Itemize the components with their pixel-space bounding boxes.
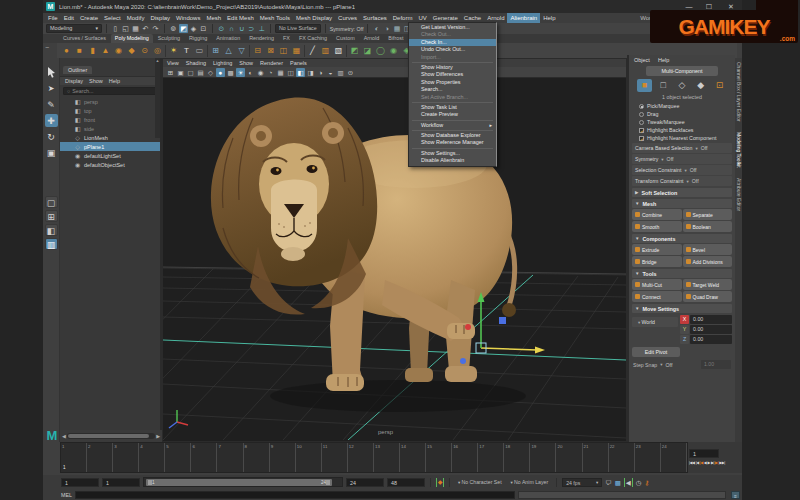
vp-camera-icon[interactable]: ▣ (176, 68, 185, 77)
menu-set-dropdown[interactable]: Modeling (46, 24, 102, 33)
toolkit-button[interactable]: Combine (632, 209, 682, 220)
command-input[interactable] (75, 491, 515, 499)
render-settings-icon[interactable]: ▦ (392, 24, 401, 33)
shelf-poly-plane-icon[interactable]: ◆ (126, 45, 137, 56)
viewport-menu[interactable]: Renderer (260, 59, 283, 67)
character-set-dropdown[interactable]: No Character Set (455, 478, 505, 487)
timeline-frame[interactable]: 11 (322, 443, 348, 472)
outliner-hscrollbar[interactable]: ◀ ▶ (60, 430, 162, 442)
menubar-item[interactable]: File (45, 13, 61, 23)
axis-value-field[interactable]: 0.00 (690, 325, 732, 334)
scroll-up-icon[interactable]: ▲ (155, 58, 160, 63)
menubar-item[interactable]: Modify (124, 13, 148, 23)
shelf-edge-loop-icon[interactable]: ▥ (320, 45, 331, 56)
shelf-icon[interactable] (346, 45, 347, 57)
shelf-icon[interactable] (249, 45, 250, 57)
menu-item-check-out[interactable]: Check Out... (409, 31, 496, 38)
menubar-item[interactable]: Help (540, 13, 558, 23)
side-tab-channel-box[interactable]: Channel Box / Layer Editor (736, 62, 742, 122)
timeline-frame[interactable]: 3 (113, 443, 139, 472)
timeline-frame[interactable]: 4 (139, 443, 165, 472)
menu-item-set-active-branch[interactable]: Set Active Branch... (409, 94, 496, 101)
outliner-item-lionmesh[interactable]: ◇ LionMesh (60, 133, 160, 142)
mute-audio-icon[interactable]: ◀ (624, 478, 633, 487)
select-object-icon[interactable]: ◩ (179, 24, 188, 33)
vp-multisample-icon[interactable]: ▦ (276, 68, 285, 77)
timeline-frame[interactable]: 20 (556, 443, 582, 472)
vertex-mode-icon[interactable]: □ (656, 79, 671, 92)
section-header[interactable]: ▼ Components (632, 234, 732, 243)
outliner-item-pplane1[interactable]: ◇ pPlane1 (60, 142, 160, 151)
vp-exposure-icon[interactable]: ◑ (316, 68, 325, 77)
menu-item-show-settings[interactable]: Show Settings... (409, 150, 496, 157)
menu-item-show-differences[interactable]: Show Differences (409, 71, 496, 78)
layout-persp-outliner[interactable]: ▥ (45, 238, 58, 250)
snap-point-icon[interactable]: ∪ (237, 24, 246, 33)
playback-start-field[interactable]: 1 (102, 478, 140, 487)
play-forwards-button[interactable]: ▶ (707, 460, 710, 467)
vp-shadows-icon[interactable]: ◐ (246, 68, 255, 77)
toolkit-button[interactable]: Target Weld (683, 279, 733, 290)
snap-plane-icon[interactable]: ⊥ (257, 24, 266, 33)
shelf-tab[interactable]: Arnold (360, 34, 384, 43)
shelf-tab[interactable]: Sculpting (154, 34, 184, 43)
shelf-smooth-green-icon[interactable]: ◯ (375, 45, 386, 56)
toolkit-button[interactable]: Separate (683, 209, 733, 220)
shelf-tab[interactable]: Animation (212, 34, 244, 43)
scroll-thumb[interactable] (68, 434, 149, 438)
anim-preferences-icon[interactable]: 🗩 (605, 478, 612, 487)
uv-mode-icon[interactable]: ⊡ (712, 79, 727, 92)
step-forward-frame-button[interactable]: ▶| (715, 460, 718, 467)
play-backwards-button[interactable]: ◀ (704, 460, 707, 467)
live-surface-field[interactable]: No Live Surface (275, 24, 321, 33)
toolkit-menu[interactable]: Help (658, 57, 669, 63)
command-language-toggle[interactable]: MEL (61, 492, 72, 498)
axis-value-row[interactable]: Y 0.00 (680, 325, 732, 334)
step-size-field[interactable]: 1.00 (701, 360, 731, 369)
axis-orientation-dropdown[interactable]: World (632, 317, 678, 327)
vp-bookmark-icon[interactable]: ▢ (186, 68, 195, 77)
shelf-svg-tool-icon[interactable]: ▭ (194, 45, 205, 56)
shelf-mirror-icon[interactable]: ◫ (278, 45, 289, 56)
dd-symmetry[interactable]: Symmetry ▾ Off (632, 154, 732, 164)
shelf-boolean-green-icon[interactable]: ◉ (388, 45, 399, 56)
timeline-frame[interactable]: 23 (635, 443, 661, 472)
shelf-subdivide-icon[interactable]: ▦ (291, 45, 302, 56)
viewport-menu[interactable]: Shading (186, 59, 206, 67)
script-editor-icon[interactable]: ≡ (731, 491, 740, 499)
shelf-poly-cube-icon[interactable]: ■ (74, 45, 85, 56)
timeline-frame[interactable]: 6 (191, 443, 217, 472)
save-scene-icon[interactable]: ▦ (131, 24, 140, 33)
menubar-item[interactable]: Edit (61, 13, 77, 23)
viewport-menu[interactable]: Panels (290, 59, 307, 67)
timeline-frame[interactable]: 10 (296, 443, 322, 472)
undo-icon[interactable]: ↶ (141, 24, 150, 33)
shelf-type-tool-icon[interactable]: T (181, 45, 192, 56)
playback-end-field[interactable]: 24 (346, 478, 384, 487)
vp-isolate-icon[interactable]: ◫ (286, 68, 295, 77)
vp-grid-icon[interactable]: ⊞ (166, 68, 175, 77)
snap-curve-icon[interactable]: ∩ (227, 24, 236, 33)
dd-camera-based-selection[interactable]: Camera Based Selection ▾ Off (632, 143, 732, 153)
scroll-track[interactable] (67, 433, 155, 439)
timeline-frame[interactable]: 5 (165, 443, 191, 472)
toolkit-menu[interactable]: Object (634, 57, 650, 63)
menubar-item[interactable]: Surfaces (360, 13, 390, 23)
shelf-tab[interactable]: Rendering (245, 34, 278, 43)
shelf-quad-draw-icon[interactable]: ▧ (333, 45, 344, 56)
timeline-frame[interactable]: 19 (530, 443, 556, 472)
vp-joints-xray-icon[interactable]: ◨ (306, 68, 315, 77)
select-asset-icon[interactable]: ⊡ (199, 24, 208, 33)
shelf-separate-green-icon[interactable]: ◪ (362, 45, 373, 56)
go-to-end-button[interactable]: ▶▶| (719, 460, 725, 467)
menubar-item[interactable]: Curves (335, 13, 360, 23)
menu-item-get-latest-version[interactable]: Get Latest Version... (409, 24, 496, 31)
toolkit-button[interactable]: Bridge (632, 256, 682, 267)
scroll-left-icon[interactable]: ◀ (62, 433, 66, 439)
outliner-menu[interactable]: Display (65, 78, 83, 84)
vp-wireframe-icon[interactable]: ◇ (206, 68, 215, 77)
radio-tweak-marquee[interactable]: Tweak/Marquee (631, 118, 733, 126)
menu-item-show-reference-manager[interactable]: Show Reference Manager (409, 139, 496, 146)
graph-editor-icon[interactable]: ▩ (615, 478, 621, 487)
range-handle-right[interactable] (326, 480, 330, 485)
